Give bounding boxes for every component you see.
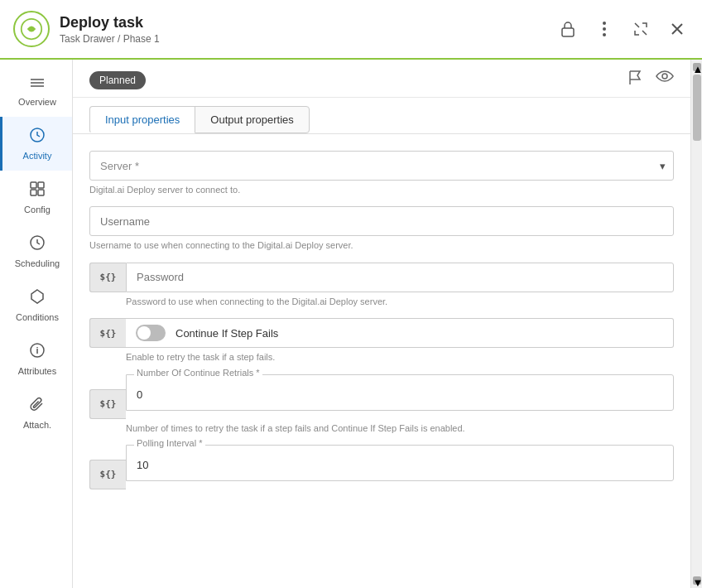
conditions-icon <box>30 288 45 309</box>
sidebar-item-config[interactable]: Config <box>0 171 72 224</box>
sidebar-item-attach[interactable]: Attach. <box>0 386 72 440</box>
close-icon[interactable] <box>666 17 689 41</box>
server-hint: Digital.ai Deploy server to connect to. <box>89 184 674 196</box>
header-actions <box>556 17 689 41</box>
content: Planned Inp <box>73 60 690 588</box>
username-hint: Username to use when connecting to the D… <box>89 239 674 252</box>
scroll-thumb[interactable] <box>693 75 701 141</box>
activity-icon <box>29 127 46 147</box>
sidebar-item-label: Attributes <box>18 366 56 376</box>
retrials-hint: Number of times to retry the task if a s… <box>126 422 674 435</box>
scroll-down[interactable]: ▼ <box>693 576 701 585</box>
toggle-content: Continue If Step Fails <box>126 318 674 348</box>
form-area: Server * Digital.ai Deploy server to con… <box>73 134 690 588</box>
polling-input-group: ${} Polling Interval * <box>89 445 674 489</box>
continue-step-fails-hint: Enable to retry the task if a step fails… <box>126 351 674 364</box>
password-input-group: ${} <box>89 263 674 292</box>
svg-rect-10 <box>31 182 36 188</box>
retrials-wrapper: Number Of Continue Retrials * <box>126 374 674 419</box>
sidebar-item-label: Config <box>24 205 50 214</box>
header: Deploy task Task Drawer / Phase 1 <box>0 0 702 60</box>
retrials-field: ${} Number Of Continue Retrials * Number… <box>89 374 674 435</box>
password-field: ${} Password to use when connecting to t… <box>89 263 674 308</box>
attach-icon <box>30 396 45 417</box>
toggle-prefix: ${} <box>89 318 126 348</box>
svg-point-3 <box>603 22 606 25</box>
main-layout: Overview Activity <box>0 60 702 588</box>
retrials-input[interactable] <box>126 374 674 411</box>
scroll-up[interactable]: ▲ <box>693 63 701 71</box>
svg-point-4 <box>603 27 606 31</box>
server-select-wrapper: Server * <box>89 151 674 181</box>
toggle-group: ${} Continue If Step Fails <box>89 318 674 348</box>
status-bar: Planned <box>73 60 690 98</box>
attributes-icon: i <box>29 342 46 363</box>
server-select[interactable]: Server * <box>89 151 674 181</box>
lock-icon[interactable] <box>556 17 579 41</box>
polling-label: Polling Interval * <box>134 438 205 448</box>
username-field: Username to use when connecting to the D… <box>89 206 674 252</box>
svg-text:i: i <box>36 345 38 355</box>
sidebar-item-label: Conditions <box>16 312 59 322</box>
polling-prefix: ${} <box>89 460 126 489</box>
svg-point-17 <box>662 74 667 79</box>
password-input[interactable] <box>126 263 674 292</box>
expand-icon[interactable] <box>629 17 652 41</box>
svg-rect-12 <box>31 190 36 195</box>
sidebar-item-label: Scheduling <box>15 258 60 268</box>
tab-output-properties[interactable]: Output properties <box>195 106 309 133</box>
sidebar-item-label: Activity <box>23 151 52 161</box>
retrials-prefix: ${} <box>89 389 126 419</box>
flag-icon[interactable] <box>627 70 642 90</box>
sidebar-item-attributes[interactable]: i Attributes <box>0 332 72 386</box>
status-badge: Planned <box>89 71 146 89</box>
polling-interval-field: ${} Polling Interval * <box>89 445 674 489</box>
eye-icon[interactable] <box>656 70 674 90</box>
sidebar-item-conditions[interactable]: Conditions <box>0 278 72 332</box>
sidebar-item-label: Overview <box>18 97 56 107</box>
sidebar-item-activity[interactable]: Activity <box>0 117 72 171</box>
sidebar: Overview Activity <box>0 60 73 588</box>
password-prefix: ${} <box>89 263 126 292</box>
polling-wrapper: Polling Interval * <box>126 445 674 489</box>
config-icon <box>29 181 46 201</box>
tabs: Input properties Output properties <box>73 98 690 134</box>
server-field-container: Server * Digital.ai Deploy server to con… <box>89 151 674 196</box>
status-actions <box>627 70 674 90</box>
sidebar-item-label: Attach. <box>23 420 51 430</box>
password-hint: Password to use when connecting to the D… <box>126 296 674 308</box>
app-logo <box>13 11 50 47</box>
svg-rect-11 <box>38 182 44 188</box>
toggle-label: Continue If Step Fails <box>176 327 278 340</box>
header-title: Deploy task Task Drawer / Phase 1 <box>60 14 556 45</box>
more-icon[interactable] <box>593 17 616 41</box>
sidebar-item-overview[interactable]: Overview <box>0 66 72 117</box>
scrollbar[interactable]: ▲ ▼ <box>690 60 702 588</box>
overview-icon <box>29 76 46 94</box>
sub-title: Task Drawer / Phase 1 <box>60 33 556 45</box>
continue-step-fails-toggle[interactable] <box>136 325 166 341</box>
username-input[interactable] <box>89 206 674 236</box>
svg-rect-13 <box>38 190 44 195</box>
tab-input-properties[interactable]: Input properties <box>89 106 195 133</box>
polling-input[interactable] <box>126 445 674 481</box>
retrials-input-group: ${} Number Of Continue Retrials * <box>89 374 674 419</box>
svg-rect-2 <box>562 28 574 36</box>
main-title: Deploy task <box>60 14 556 31</box>
continue-if-step-fails-field: ${} Continue If Step Fails Enable to ret… <box>89 318 674 364</box>
svg-point-1 <box>29 27 33 31</box>
scheduling-icon <box>29 234 46 255</box>
retrials-label: Number Of Continue Retrials * <box>134 368 262 378</box>
sidebar-item-scheduling[interactable]: Scheduling <box>0 224 72 278</box>
svg-point-5 <box>603 33 606 36</box>
